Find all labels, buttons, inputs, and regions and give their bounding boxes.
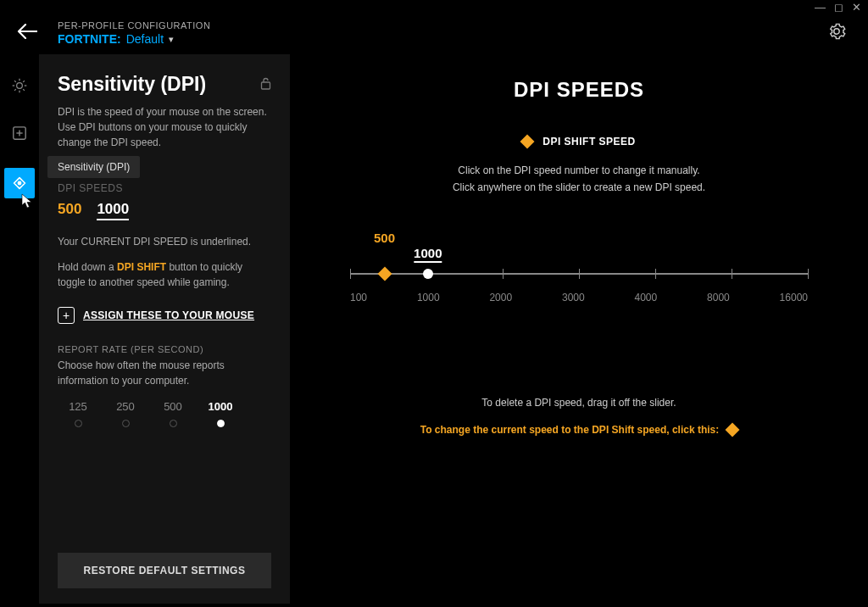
- svg-line-8: [23, 81, 25, 82]
- close-button[interactable]: ✕: [852, 1, 861, 14]
- header-info: PER-PROFILE CONFIGURATION FORTNITE: Defa…: [58, 20, 827, 46]
- scale-tick-label: 100: [350, 292, 367, 304]
- current-speed-note: Your CURRENT DPI SPEED is underlined.: [58, 234, 271, 249]
- assign-label: ASSIGN THESE TO YOUR MOUSE: [83, 309, 254, 321]
- dpi-speed-values: 500 1000: [58, 201, 271, 220]
- maximize-button[interactable]: ◻: [834, 1, 843, 14]
- profile-selector[interactable]: FORTNITE: Default ▾: [58, 32, 827, 46]
- report-rate-option[interactable]: 125: [58, 400, 98, 427]
- scale-tick-label: 16000: [780, 292, 808, 304]
- rate-label: 250: [116, 400, 135, 413]
- slider-handle-shift[interactable]: [377, 267, 392, 281]
- dpi-current-value[interactable]: 1000: [97, 201, 129, 220]
- report-rate-options: 1252505001000: [58, 400, 271, 427]
- panel-description: DPI is the speed of your mouse on the sc…: [58, 104, 271, 150]
- hint-change-to-shift[interactable]: To change the current speed to the DPI S…: [324, 424, 834, 436]
- dpi-shift-note: Hold down a DPI SHIFT button to quickly …: [58, 259, 271, 290]
- svg-line-5: [14, 81, 16, 82]
- back-button[interactable]: [17, 22, 37, 44]
- dpi-shift-speed-label: DPI SHIFT SPEED: [324, 136, 834, 148]
- diamond-icon: [726, 423, 740, 437]
- svg-line-7: [14, 89, 16, 91]
- svg-point-0: [17, 83, 23, 89]
- report-rate-heading: REPORT RATE (PER SECOND): [58, 344, 271, 354]
- minimize-button[interactable]: —: [815, 1, 826, 14]
- chevron-down-icon: ▾: [169, 34, 174, 45]
- diamond-icon: [520, 135, 535, 149]
- rate-label: 1000: [209, 400, 233, 413]
- hint-delete-speed: To delete a DPI speed, drag it off the s…: [324, 397, 834, 409]
- restore-defaults-button[interactable]: RESTORE DEFAULT SETTINGS: [58, 553, 271, 588]
- rate-label: 125: [69, 400, 87, 413]
- icon-rail: [0, 54, 39, 604]
- scale-tick-label: 1000: [417, 292, 440, 304]
- sensitivity-tooltip: Sensitivity (DPI): [47, 156, 140, 178]
- settings-button[interactable]: [827, 22, 846, 45]
- unlock-icon[interactable]: [260, 77, 271, 92]
- report-rate-option[interactable]: 250: [105, 400, 146, 427]
- report-rate-description: Choose how often the mouse reports infor…: [58, 358, 271, 388]
- assign-to-mouse-button[interactable]: + ASSIGN THESE TO YOUR MOUSE: [58, 307, 271, 324]
- scale-tick-label: 2000: [489, 292, 512, 304]
- rail-lighting-icon[interactable]: [7, 73, 32, 98]
- cursor-icon: [21, 193, 33, 212]
- rail-sensitivity-icon[interactable]: [4, 168, 35, 198]
- report-rate-option[interactable]: 1000: [200, 400, 241, 427]
- scale-tick-label: 4000: [635, 292, 658, 304]
- hint-create-speed: Click anywhere on the slider to create a…: [324, 181, 834, 193]
- panel-title: Sensitivity (DPI): [58, 73, 206, 96]
- slider-label-current[interactable]: 1000: [414, 246, 442, 263]
- dpi-shift-value[interactable]: 500: [58, 201, 81, 220]
- radio-dot-icon: [122, 420, 130, 427]
- svg-line-6: [23, 89, 25, 91]
- sidebar-panel: Sensitivity (DPI) DPI is the speed of yo…: [39, 54, 290, 604]
- shift-speed-text: DPI SHIFT SPEED: [542, 136, 636, 148]
- scale-tick-label: 8000: [707, 292, 730, 304]
- slider-scale: 1001000200030004000800016000: [350, 292, 808, 304]
- slider-handle-current[interactable]: [423, 269, 433, 279]
- profile-name: Default: [126, 32, 164, 46]
- main-title: DPI SPEEDS: [324, 78, 834, 102]
- plus-icon: +: [58, 307, 75, 324]
- radio-dot-icon: [170, 420, 177, 427]
- svg-point-12: [18, 181, 20, 184]
- radio-dot-icon: [75, 420, 82, 427]
- scale-tick-label: 3000: [562, 292, 585, 304]
- radio-dot-icon: [217, 420, 225, 427]
- svg-rect-13: [262, 82, 270, 89]
- profile-game: FORTNITE:: [58, 32, 121, 46]
- rail-assignments-icon[interactable]: [7, 120, 32, 146]
- dpi-slider[interactable]: 500 1000 1001000200030004000800016000: [350, 244, 808, 304]
- header-label: PER-PROFILE CONFIGURATION: [58, 20, 827, 31]
- slider-track[interactable]: [350, 273, 808, 275]
- hint-manual-change: Click on the DPI speed number to change …: [324, 164, 834, 176]
- rate-label: 500: [164, 400, 182, 413]
- change-hint-text: To change the current speed to the DPI S…: [420, 424, 720, 436]
- report-rate-option[interactable]: 500: [153, 400, 193, 427]
- slider-label-shift[interactable]: 500: [374, 231, 395, 245]
- dpi-speeds-heading: DPI SPEEDS: [58, 182, 271, 194]
- main-content: DPI SPEEDS DPI SHIFT SPEED Click on the …: [290, 54, 868, 604]
